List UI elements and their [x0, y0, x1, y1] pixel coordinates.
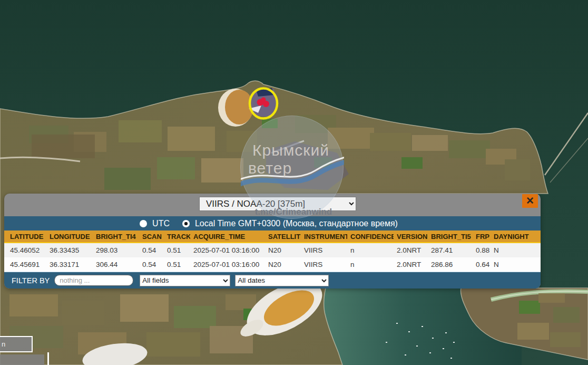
firms-map-app: Крымский ветер t.me/Crimeanwind VIIRS / …	[0, 0, 588, 365]
map-control-divider	[47, 352, 49, 365]
table-cell: N20	[265, 261, 301, 268]
table-cell: 45.45691	[7, 261, 46, 268]
table-cell: 0.54	[139, 246, 164, 254]
table-cell: 0.54	[139, 261, 164, 268]
close-button[interactable]: ✕	[522, 194, 538, 208]
table-cell: 286.86	[428, 261, 473, 268]
header-cell-version[interactable]: VERSION	[394, 233, 428, 241]
satellite-map[interactable]	[0, 0, 588, 365]
header-cell-frp[interactable]: FRP	[473, 233, 491, 241]
table-cell: 0.64	[473, 261, 491, 268]
table-row: 45.4569136.33171306.440.540.512025-07-01…	[4, 257, 541, 272]
local-time-radio[interactable]	[182, 220, 190, 227]
table-cell: N	[491, 261, 541, 268]
filter-bar: FILTER BY All fields All dates	[4, 272, 541, 289]
header-cell-daynight[interactable]: DAYNIGHT	[491, 233, 541, 241]
local-time-radio-label[interactable]: Local Time GMT+0300 (Москва, стандартное…	[195, 219, 398, 228]
table-header-row: LATITUDELONGITUDEBRIGHT_TI4SCANTRACKACQU…	[4, 230, 541, 243]
table-cell: 2.0NRT	[394, 261, 428, 268]
header-cell-satellite[interactable]: SATELLITE	[265, 233, 301, 241]
table-cell: 0.51	[164, 261, 190, 268]
panel-header: VIIRS / NOAA-20 [375m] ✕	[4, 194, 541, 216]
table-row: 45.4605236.33435298.030.540.512025-07-01…	[4, 243, 541, 257]
fire-data-panel: VIIRS / NOAA-20 [375m] ✕ UTC Local Time …	[4, 194, 541, 289]
utc-radio-label[interactable]: UTC	[152, 219, 170, 228]
filter-dates-select[interactable]: All dates	[235, 275, 329, 286]
table-cell: N20	[265, 246, 301, 254]
table-cell: VIIRS	[301, 246, 347, 254]
table-cell: 287.41	[428, 246, 473, 254]
map-control-partial[interactable]: n	[0, 336, 33, 352]
table-cell: n	[347, 246, 394, 254]
header-cell-longitude[interactable]: LONGITUDE	[46, 233, 93, 241]
header-cell-track[interactable]: TRACK	[164, 233, 190, 241]
table-cell: N	[491, 246, 541, 254]
map-control-partial-label: n	[2, 340, 5, 348]
utc-radio[interactable]	[140, 220, 147, 227]
table-cell: 298.03	[93, 246, 139, 254]
table-cell: 2.0NRT	[394, 246, 428, 254]
header-cell-scan[interactable]: SCAN	[139, 233, 164, 241]
table-cell: 45.46052	[7, 246, 46, 254]
header-cell-latitude[interactable]: LATITUDE	[7, 233, 46, 241]
time-toggle-row: UTC Local Time GMT+0300 (Москва, стандар…	[4, 216, 541, 230]
header-cell-acquire_time[interactable]: ACQUIRE_TIME	[190, 233, 265, 241]
map-control-partial-2[interactable]	[0, 354, 44, 365]
filter-input[interactable]	[54, 275, 133, 286]
header-cell-instrument[interactable]: INSTRUMENT	[301, 233, 347, 241]
header-cell-bright_ti5[interactable]: BRIGHT_TI5	[428, 233, 473, 241]
header-cell-confidence[interactable]: CONFIDENCE	[347, 233, 394, 241]
table-cell: 0.88	[473, 246, 491, 254]
filter-by-label: FILTER BY	[12, 276, 50, 285]
header-cell-bright_ti4[interactable]: BRIGHT_TI4	[93, 233, 139, 241]
table-cell: 2025-07-01 03:16:00	[190, 246, 265, 254]
table-cell: 36.33171	[46, 261, 93, 268]
satellite-source-select[interactable]: VIIRS / NOAA-20 [375m]	[199, 197, 356, 211]
table-cell: 36.33435	[46, 246, 93, 254]
table-cell: VIIRS	[301, 261, 347, 268]
table-cell: 2025-07-01 03:16:00	[190, 261, 265, 268]
table-cell: 306.44	[93, 261, 139, 268]
filter-fields-select[interactable]: All fields	[140, 275, 230, 286]
table-cell: 0.51	[164, 246, 190, 254]
table-cell: n	[347, 261, 394, 268]
